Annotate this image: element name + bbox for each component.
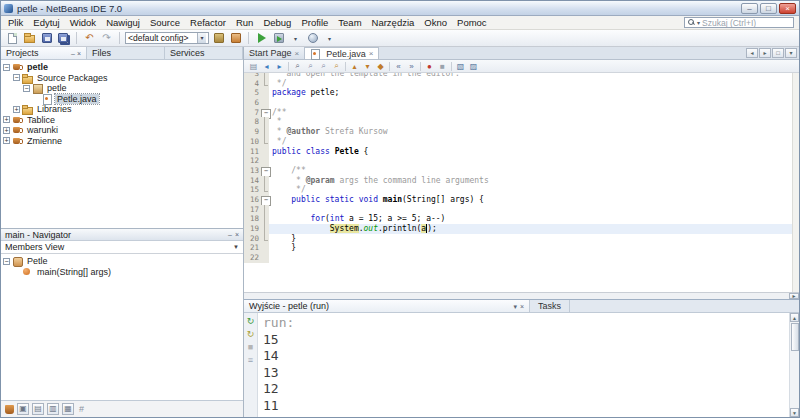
scroll-tabs-left-button[interactable]: ◂ <box>746 48 758 58</box>
dock-window-button-1[interactable]: ▣ <box>17 403 29 415</box>
maximize-button[interactable]: □ <box>760 3 777 14</box>
minimize-window-button[interactable]: – <box>71 49 75 58</box>
config-select[interactable]: <default config> ▾ <box>125 32 209 44</box>
editor-tab-start-page[interactable]: Start Page× <box>244 47 305 59</box>
dropdown-caret-icon[interactable]: ▾ <box>322 31 337 45</box>
scrollbar-thumb[interactable] <box>791 323 799 351</box>
save-icon[interactable] <box>39 31 54 45</box>
open-project-icon[interactable] <box>22 31 37 45</box>
menu-item-source[interactable]: Source <box>145 16 185 29</box>
code-fold-icon[interactable] <box>261 166 269 176</box>
toggle-highlight-search-icon[interactable]: ⌕ <box>330 61 343 72</box>
code-editor[interactable]: 3 * and open the template in the editor.… <box>244 73 792 292</box>
project-node-petle-java[interactable]: Petle.java <box>1 94 243 105</box>
save-all-icon[interactable] <box>56 31 71 45</box>
menu-item-narzędzia[interactable]: Narzędzia <box>367 16 420 29</box>
menu-item-profile[interactable]: Profile <box>296 16 333 29</box>
dock-window-button-2[interactable]: ▤ <box>32 403 44 415</box>
shift-line-right-icon[interactable]: » <box>405 61 418 72</box>
shift-line-left-icon[interactable]: « <box>392 61 405 72</box>
editor-horizontal-scrollbar[interactable]: ▸ <box>244 292 799 299</box>
close-window-button[interactable]: × <box>77 49 81 58</box>
output-console[interactable]: run:1514131211 <box>258 313 789 417</box>
project-node-petle[interactable]: −petle <box>1 83 243 94</box>
comment-icon[interactable]: ▧ <box>454 61 467 72</box>
find-next-icon[interactable]: ⌕ <box>304 61 317 72</box>
scroll-tabs-right-button[interactable]: ▸ <box>759 48 771 58</box>
quick-search-input[interactable]: ▾ Szukaj (Ctrl+I) <box>684 17 794 28</box>
code-fold-icon[interactable] <box>261 195 269 205</box>
close-tab-icon[interactable]: × <box>369 49 374 58</box>
new-file-icon[interactable] <box>5 31 20 45</box>
minimize-window-button[interactable]: – <box>228 230 232 239</box>
menu-item-team[interactable]: Team <box>333 16 366 29</box>
navigator-node-petle[interactable]: −Petle <box>1 256 243 267</box>
dock-tab-services[interactable]: Services <box>165 47 243 59</box>
back-icon[interactable]: ◂ <box>260 61 273 72</box>
navigator-view-select[interactable]: Members View ▼ <box>1 241 243 254</box>
menu-item-pomoc[interactable]: Pomoc <box>452 16 492 29</box>
dock-window-button-3[interactable]: ▥ <box>47 403 59 415</box>
dock-tab-projects[interactable]: Projects–× <box>1 47 87 59</box>
build-project-icon[interactable] <box>211 31 226 45</box>
uncomment-icon[interactable]: ▨ <box>467 61 480 72</box>
menu-item-okno[interactable]: Okno <box>419 16 452 29</box>
find-previous-icon[interactable]: ⌕ <box>317 61 330 72</box>
tasks-tab[interactable]: Tasks <box>530 300 570 312</box>
close-window-button[interactable]: × <box>520 302 524 311</box>
close-button[interactable]: × <box>779 3 796 14</box>
rerun-icon[interactable]: ↻ <box>245 315 256 326</box>
project-node-petle[interactable]: −petle <box>1 62 243 73</box>
document-list-button[interactable]: ▾ <box>785 48 797 58</box>
project-node-warunki[interactable]: +warunki <box>1 125 243 136</box>
collapse-icon[interactable]: − <box>3 258 10 265</box>
dropdown-caret-icon[interactable]: ▾ <box>288 31 303 45</box>
expand-icon[interactable]: + <box>13 106 20 113</box>
previous-bookmark-icon[interactable]: ▴ <box>348 61 361 72</box>
start-macro-recording-icon[interactable]: ● <box>423 61 436 72</box>
code-fold-icon[interactable] <box>261 108 269 118</box>
minimize-window-button[interactable]: ▾ <box>513 302 517 311</box>
expand-icon[interactable]: + <box>3 116 10 123</box>
error-stripe[interactable] <box>792 73 799 292</box>
ant-settings-icon[interactable]: ≡ <box>245 354 256 365</box>
menu-item-debug[interactable]: Debug <box>258 16 296 29</box>
expand-icon[interactable]: + <box>3 127 10 134</box>
scroll-down-icon[interactable]: ▼ <box>790 408 799 417</box>
close-window-button[interactable]: × <box>235 230 239 239</box>
next-bookmark-icon[interactable]: ▾ <box>361 61 374 72</box>
collapse-icon[interactable]: − <box>13 74 20 81</box>
find-selection-icon[interactable]: ⌕ <box>291 61 304 72</box>
menu-item-widok[interactable]: Widok <box>65 16 101 29</box>
undo-icon[interactable]: ↶ <box>82 31 97 45</box>
editor-tab-petle-java[interactable]: Petle.java× <box>305 47 379 59</box>
close-tab-icon[interactable]: × <box>295 49 300 58</box>
redo-icon[interactable]: ↷ <box>99 31 114 45</box>
collapse-icon[interactable]: − <box>23 85 30 92</box>
stop-icon[interactable]: ■ <box>245 341 256 352</box>
clean-and-build-icon[interactable] <box>228 31 243 45</box>
profile-project-icon[interactable] <box>305 31 320 45</box>
menu-item-plik[interactable]: Plik <box>3 16 28 29</box>
forward-icon[interactable]: ▸ <box>273 61 286 72</box>
search-dropdown-caret-icon[interactable]: ▾ <box>697 19 700 27</box>
toggle-bookmark-icon[interactable]: ◆ <box>374 61 387 72</box>
output-scrollbar[interactable]: ▲ ▼ <box>789 313 799 417</box>
project-node-zmienne[interactable]: +Zmienne <box>1 136 243 147</box>
maximize-window-button[interactable]: □ <box>772 48 784 58</box>
output-tab-active[interactable]: Wyjście - petle (run) ▾× <box>244 300 530 312</box>
menu-item-refactor[interactable]: Refactor <box>185 16 231 29</box>
project-node-source-packages[interactable]: −Source Packages <box>1 73 243 84</box>
menu-item-nawiguj[interactable]: Nawiguj <box>101 16 145 29</box>
scroll-up-icon[interactable]: ▲ <box>790 313 799 322</box>
project-node-tablice[interactable]: +Tablice <box>1 115 243 126</box>
run-project-icon[interactable] <box>254 31 269 45</box>
menu-item-run[interactable]: Run <box>231 16 258 29</box>
collapse-icon[interactable]: − <box>3 64 10 71</box>
menu-item-edytuj[interactable]: Edytuj <box>28 16 64 29</box>
stop-macro-recording-icon[interactable]: ■ <box>436 61 449 72</box>
expand-icon[interactable]: + <box>3 137 10 144</box>
last-edit-position-icon[interactable]: ▤ <box>247 61 260 72</box>
rerun-with-different-params-icon[interactable]: ↻ <box>245 328 256 339</box>
dock-tab-files[interactable]: Files <box>87 47 165 59</box>
